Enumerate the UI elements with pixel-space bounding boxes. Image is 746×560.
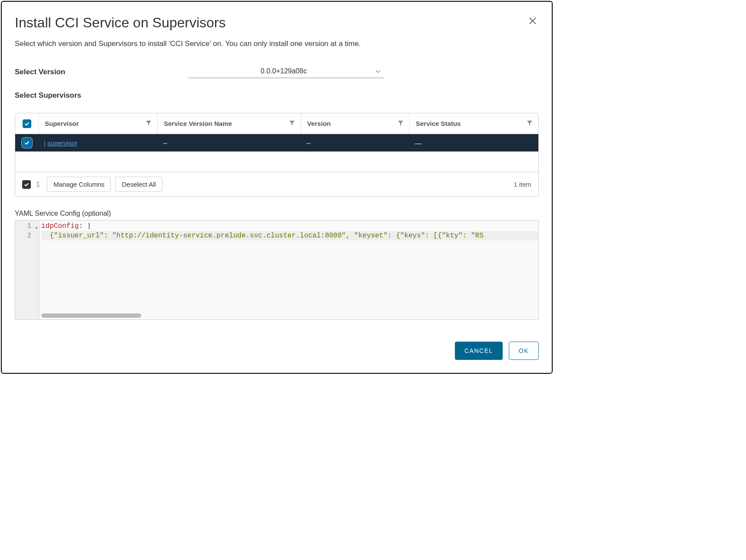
col-version[interactable]: Version xyxy=(301,113,410,134)
table-body: | supervisor -- -- — xyxy=(15,134,538,172)
dialog-title: Install CCI Service on Supervisors xyxy=(15,15,226,31)
filter-icon[interactable] xyxy=(527,120,532,127)
cancel-button[interactable]: CANCEL xyxy=(455,342,503,360)
ok-button[interactable]: OK xyxy=(509,342,539,360)
col-service-version-name[interactable]: Service Version Name xyxy=(158,113,301,134)
filter-icon[interactable] xyxy=(146,120,151,127)
cell-supervisor: | supervisor xyxy=(39,139,158,147)
cell-service-version-name: -- xyxy=(158,139,301,147)
row-checkbox-cell xyxy=(15,134,39,152)
footer-left: 1 Manage Columns Deselect All xyxy=(22,177,162,192)
chevron-down-icon xyxy=(375,68,381,75)
version-row: Select Version 0.0.0+129a08c xyxy=(15,66,539,78)
col-supervisor[interactable]: Supervisor xyxy=(39,113,158,134)
col-service-status[interactable]: Service Status xyxy=(410,113,538,134)
supervisor-link[interactable]: supervisor xyxy=(47,139,77,147)
deselect-all-button[interactable]: Deselect All xyxy=(115,177,162,192)
code-line-2: {"issuer_url": "http://identity-service.… xyxy=(41,231,538,240)
select-all-cell xyxy=(15,113,39,134)
supervisors-table: Supervisor Service Version Name Version … xyxy=(15,113,539,197)
code-line-1: idpConfig: | xyxy=(41,221,538,231)
editor-content[interactable]: idpConfig: | {"issuer_url": "http://iden… xyxy=(41,221,538,240)
selected-count: 1 xyxy=(36,181,40,188)
line-number-1: 1▼ xyxy=(15,221,31,231)
editor-gutter: 1▼ 2 xyxy=(15,221,40,320)
item-count: 1 item xyxy=(514,181,531,188)
yaml-config-label: YAML Service Config (optional) xyxy=(15,210,539,217)
selection-indicator-checkbox[interactable] xyxy=(22,180,31,189)
manage-columns-button[interactable]: Manage Columns xyxy=(47,177,111,192)
install-dialog: Install CCI Service on Supervisors Selec… xyxy=(1,1,553,374)
row-separator: | xyxy=(44,139,47,147)
filter-icon[interactable] xyxy=(289,120,295,127)
dialog-footer: CANCEL OK xyxy=(15,342,539,360)
horizontal-scrollbar[interactable] xyxy=(41,313,141,318)
supervisors-label: Select Supervisors xyxy=(15,91,539,100)
version-label: Select Version xyxy=(15,68,189,76)
table-row[interactable]: | supervisor -- -- — xyxy=(15,134,538,152)
cell-version: -- xyxy=(301,139,410,147)
dialog-header: Install CCI Service on Supervisors xyxy=(15,15,539,40)
version-select[interactable]: 0.0.0+129a08c xyxy=(189,66,384,78)
filter-icon[interactable] xyxy=(398,120,403,127)
table-header: Supervisor Service Version Name Version … xyxy=(15,113,538,134)
line-number-2: 2 xyxy=(15,231,31,240)
select-all-checkbox[interactable] xyxy=(23,119,31,128)
table-footer: 1 Manage Columns Deselect All 1 item xyxy=(15,172,538,196)
close-icon[interactable] xyxy=(527,15,539,29)
cell-service-status: — xyxy=(410,139,538,147)
version-selected-value: 0.0.0+129a08c xyxy=(261,67,307,75)
yaml-editor[interactable]: 1▼ 2 idpConfig: | {"issuer_url": "http:/… xyxy=(15,220,539,320)
row-checkbox[interactable] xyxy=(23,138,31,147)
dialog-description: Select which version and Supervisors to … xyxy=(15,40,539,48)
fold-arrow-icon[interactable]: ▼ xyxy=(36,224,38,233)
